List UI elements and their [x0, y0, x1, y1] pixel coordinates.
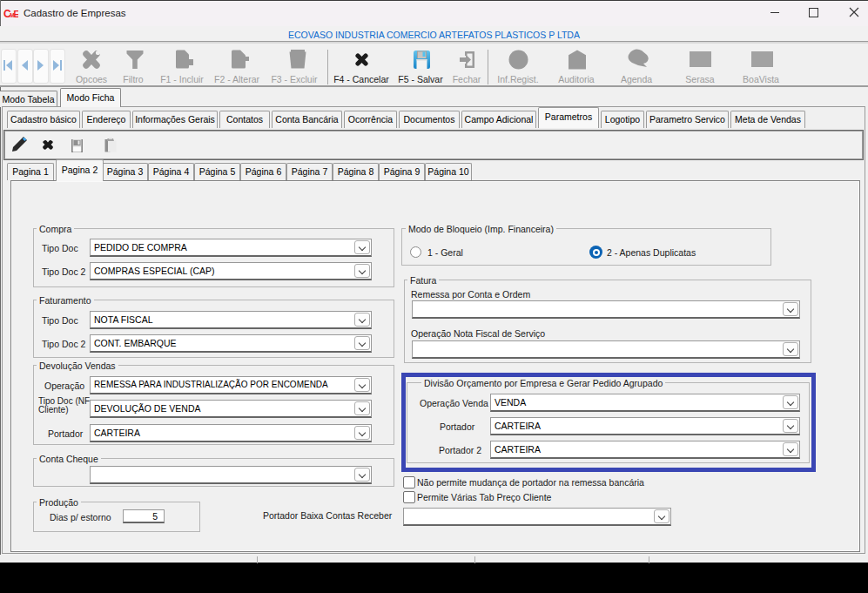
svg-text:E: E: [14, 10, 19, 18]
